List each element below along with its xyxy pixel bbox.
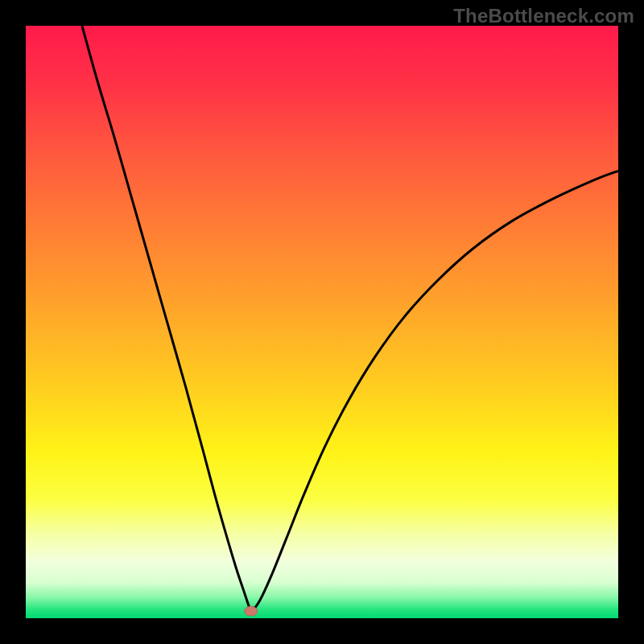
plot-svg <box>26 26 618 618</box>
chart-container: TheBottleneck.com <box>0 0 644 644</box>
watermark-text: TheBottleneck.com <box>453 5 634 27</box>
plot-area <box>26 26 618 618</box>
gradient-background <box>26 26 618 618</box>
optimum-marker <box>245 606 258 616</box>
